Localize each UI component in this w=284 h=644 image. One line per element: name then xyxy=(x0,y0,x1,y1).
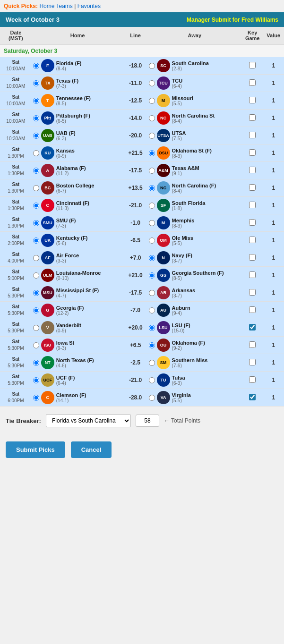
home-radio[interactable] xyxy=(33,237,39,244)
away-logo: TCU xyxy=(157,76,170,90)
home-radio[interactable] xyxy=(33,185,39,191)
key-game-checkbox[interactable] xyxy=(249,149,256,156)
home-radio[interactable] xyxy=(33,98,39,104)
home-radio[interactable] xyxy=(33,220,39,226)
away-radio[interactable] xyxy=(149,220,155,226)
tie-breaker-select[interactable]: Florida vs South CarolinaOther Matchup xyxy=(46,414,131,427)
key-game-checkbox[interactable] xyxy=(249,79,256,86)
key-game-checkbox[interactable] xyxy=(249,219,256,226)
key-game-cell[interactable] xyxy=(242,372,263,389)
home-radio[interactable] xyxy=(33,307,39,314)
key-game-cell[interactable] xyxy=(242,92,263,110)
away-radio[interactable] xyxy=(149,203,155,209)
key-game-checkbox[interactable] xyxy=(249,237,256,243)
home-teams-link[interactable]: Home Teams xyxy=(39,3,72,9)
home-radio[interactable] xyxy=(33,272,39,279)
away-radio[interactable] xyxy=(149,342,155,348)
away-radio[interactable] xyxy=(149,272,155,279)
home-radio[interactable] xyxy=(33,290,39,296)
key-game-cell[interactable] xyxy=(242,57,263,75)
home-radio[interactable] xyxy=(33,80,39,86)
away-radio[interactable] xyxy=(149,360,155,366)
key-game-checkbox[interactable] xyxy=(249,97,256,103)
away-radio[interactable] xyxy=(149,98,155,104)
home-radio[interactable] xyxy=(33,133,39,139)
away-radio[interactable] xyxy=(149,255,155,261)
key-game-checkbox[interactable] xyxy=(249,376,256,383)
key-game-checkbox[interactable] xyxy=(249,167,256,173)
away-team-cell: A&MTexas A&M(9-1) xyxy=(147,162,242,179)
key-game-cell[interactable] xyxy=(242,75,263,92)
away-radio[interactable] xyxy=(149,80,155,86)
home-radio[interactable] xyxy=(33,377,39,383)
key-game-cell[interactable] xyxy=(242,179,263,197)
key-game-checkbox[interactable] xyxy=(249,271,256,278)
key-game-checkbox[interactable] xyxy=(249,394,256,400)
away-radio[interactable] xyxy=(149,63,155,69)
key-game-cell[interactable] xyxy=(242,284,263,302)
key-game-cell[interactable] xyxy=(242,127,263,144)
away-radio[interactable] xyxy=(149,325,155,331)
key-game-checkbox[interactable] xyxy=(249,114,256,121)
key-game-checkbox[interactable] xyxy=(249,254,256,261)
key-game-cell[interactable] xyxy=(242,319,263,337)
key-game-checkbox[interactable] xyxy=(249,324,256,330)
away-logo: LSU xyxy=(157,321,170,334)
away-radio[interactable] xyxy=(149,185,155,191)
date-cell: Sat5:30PM xyxy=(0,319,32,337)
away-radio[interactable] xyxy=(149,395,155,401)
away-radio[interactable] xyxy=(149,237,155,244)
table-row: Sat5:30PMMSUMississippi St (F)(4-7)-17.5… xyxy=(0,284,284,302)
table-row: Sat5:00PMULMLouisiana-Monroe(0-10)+21.0G… xyxy=(0,267,284,284)
away-radio[interactable] xyxy=(149,168,155,174)
home-radio[interactable] xyxy=(33,395,39,401)
favorites-link[interactable]: Favorites xyxy=(77,3,101,9)
home-radio[interactable] xyxy=(33,115,39,121)
key-game-cell[interactable] xyxy=(242,267,263,284)
submit-picks-button[interactable]: Submit Picks xyxy=(6,441,65,458)
key-game-cell[interactable] xyxy=(242,249,263,267)
key-game-cell[interactable] xyxy=(242,389,263,407)
away-radio[interactable] xyxy=(149,150,155,156)
key-game-cell[interactable] xyxy=(242,302,263,319)
key-game-cell[interactable] xyxy=(242,232,263,249)
cancel-button[interactable]: Cancel xyxy=(71,441,112,458)
home-radio[interactable] xyxy=(33,325,39,331)
key-game-cell[interactable] xyxy=(242,110,263,127)
home-radio[interactable] xyxy=(33,360,39,366)
away-radio[interactable] xyxy=(149,133,155,139)
key-game-cell[interactable] xyxy=(242,337,263,354)
home-radio[interactable] xyxy=(33,168,39,174)
line-cell: +21.0 xyxy=(124,267,147,284)
away-radio[interactable] xyxy=(149,115,155,121)
week-header: Week of October 3 Manager Submit for Fre… xyxy=(0,12,284,27)
home-radio[interactable] xyxy=(33,342,39,348)
home-radio[interactable] xyxy=(33,63,39,69)
key-game-checkbox[interactable] xyxy=(249,62,256,68)
date-cell: Sat5:30PM xyxy=(0,372,32,389)
key-game-cell[interactable] xyxy=(242,197,263,214)
key-game-checkbox[interactable] xyxy=(249,289,256,296)
key-game-checkbox[interactable] xyxy=(249,359,256,365)
table-row: Sat5:30PMUCFUCF (F)(6-4)-21.0TUTulsa(6-3… xyxy=(0,372,284,389)
away-radio[interactable] xyxy=(149,290,155,296)
away-radio[interactable] xyxy=(149,377,155,383)
away-team-cell: OUOklahoma (F)(9-2) xyxy=(147,337,242,354)
key-game-cell[interactable] xyxy=(242,144,263,162)
home-radio[interactable] xyxy=(33,150,39,156)
key-game-checkbox[interactable] xyxy=(249,184,256,191)
value-cell: 1 xyxy=(263,57,284,75)
key-game-cell[interactable] xyxy=(242,354,263,372)
key-game-checkbox[interactable] xyxy=(249,132,256,138)
key-game-checkbox[interactable] xyxy=(249,306,256,313)
key-game-cell[interactable] xyxy=(242,162,263,179)
home-radio[interactable] xyxy=(33,203,39,209)
key-game-cell[interactable] xyxy=(242,214,263,232)
away-radio[interactable] xyxy=(149,307,155,314)
home-radio[interactable] xyxy=(33,255,39,261)
total-points-input[interactable] xyxy=(136,415,159,427)
away-team-cell: NCNorth Carolina St(8-4) xyxy=(147,110,242,127)
key-game-checkbox[interactable] xyxy=(249,341,256,348)
key-game-checkbox[interactable] xyxy=(249,202,256,208)
away-logo: VA xyxy=(157,391,170,404)
